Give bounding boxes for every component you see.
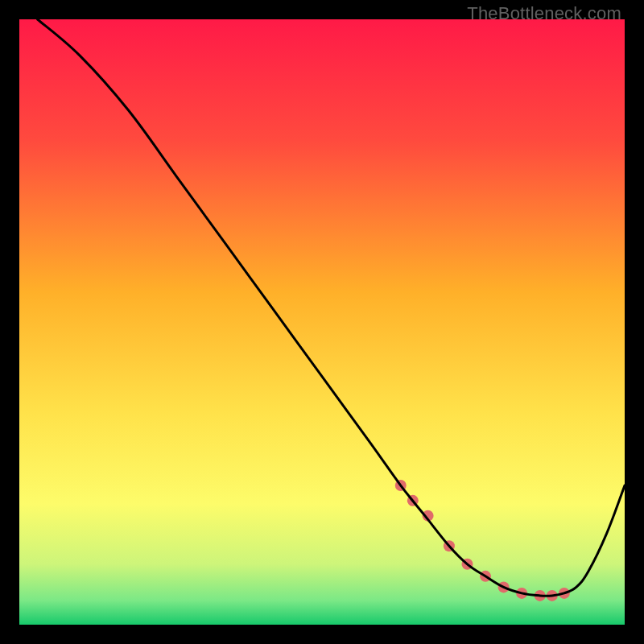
watermark-text: TheBottleneck.com (467, 3, 621, 24)
chart-svg (19, 19, 625, 625)
gradient-background (19, 19, 625, 625)
chart-frame (19, 19, 625, 625)
